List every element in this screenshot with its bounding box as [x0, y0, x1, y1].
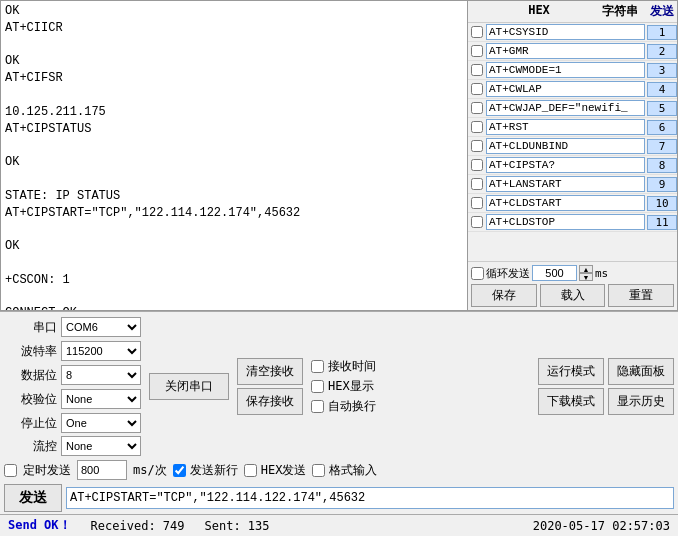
data-select[interactable]: 8 — [61, 365, 141, 385]
hex-row-text-0[interactable] — [486, 24, 645, 40]
hex-row-checkbox-6[interactable] — [471, 140, 483, 152]
loop-send-input[interactable] — [532, 265, 577, 281]
ctrl-row2: 定时发送 ms/次 发送新行 HEX发送 格式输入 — [0, 458, 678, 482]
loop-spinner[interactable]: ▲ ▼ — [579, 265, 593, 281]
recv-time-checkbox[interactable] — [311, 360, 324, 373]
hex-panel-header: HEX 字符串 发送 — [468, 1, 677, 23]
flow-select[interactable]: None — [61, 436, 141, 456]
hex-list-item: 1 — [468, 23, 677, 42]
port-select[interactable]: COM6 — [61, 317, 141, 337]
ms-per-label: ms/次 — [133, 462, 167, 479]
save-hex-btn[interactable]: 保存 — [471, 284, 537, 307]
load-hex-btn[interactable]: 载入 — [540, 284, 606, 307]
hex-row-text-2[interactable] — [486, 62, 645, 78]
recv-time-label: 接收时间 — [328, 358, 376, 375]
hex-row-text-8[interactable] — [486, 176, 645, 192]
hex-display-checkbox[interactable] — [311, 380, 324, 393]
hex-row-checkbox-2[interactable] — [471, 64, 483, 76]
sent-label: Sent: 135 — [205, 519, 270, 533]
ctrl-row3: 发送 — [0, 482, 678, 514]
baud-select[interactable]: 115200 — [61, 341, 141, 361]
show-history-btn[interactable]: 显示历史 — [608, 388, 674, 415]
open-close-col: 关闭串口 — [149, 373, 229, 400]
hex-row-send-btn-3[interactable]: 4 — [647, 82, 677, 97]
received-label: Received: 749 — [91, 519, 185, 533]
status-ok: Send OK！ — [8, 517, 71, 534]
hex-row-send-btn-0[interactable]: 1 — [647, 25, 677, 40]
stop-label: 停止位 — [4, 415, 59, 432]
send-input[interactable] — [66, 487, 674, 509]
download-mode-btn[interactable]: 下载模式 — [538, 388, 604, 415]
hex-row-send-btn-1[interactable]: 2 — [647, 44, 677, 59]
check-label: 校验位 — [4, 391, 59, 408]
hex-row-text-5[interactable] — [486, 119, 645, 135]
clear-recv-btn[interactable]: 清空接收 — [237, 358, 303, 385]
hex-row-checkbox-3[interactable] — [471, 83, 483, 95]
hex-list-item: 6 — [468, 118, 677, 137]
recv-send-col: 清空接收 保存接收 — [237, 358, 303, 415]
hex-row-send-btn-6[interactable]: 7 — [647, 139, 677, 154]
loop-send-row: 循环发送 ▲ ▼ ms — [471, 265, 674, 281]
hex-row-text-9[interactable] — [486, 195, 645, 211]
settings-grid: 串口 COM6 波特率 115200 数据位 8 校验位 None 停止位 — [4, 316, 141, 456]
terminal-content[interactable]: OK AT+CIICR OK AT+CIFSR 10.125.211.175 A… — [1, 1, 467, 310]
hex-row-text-7[interactable] — [486, 157, 645, 173]
hex-row-checkbox-5[interactable] — [471, 121, 483, 133]
hex-row-checkbox-7[interactable] — [471, 159, 483, 171]
hex-row-checkbox-10[interactable] — [471, 216, 483, 228]
hex-list-item: 4 — [468, 80, 677, 99]
spinner-up[interactable]: ▲ — [579, 265, 593, 273]
timed-send-checkbox[interactable] — [4, 464, 17, 477]
hex-row-checkbox-0[interactable] — [471, 26, 483, 38]
hex-row-send-btn-7[interactable]: 8 — [647, 158, 677, 173]
hex-row-send-btn-2[interactable]: 3 — [647, 63, 677, 78]
run-mode-btn[interactable]: 运行模式 — [538, 358, 604, 385]
hex-list-item: 5 — [468, 99, 677, 118]
right-btns-col: 运行模式 下载模式 — [538, 358, 604, 415]
hex-action-row: 保存 载入 重置 — [471, 284, 674, 307]
ctrl-row1: 串口 COM6 波特率 115200 数据位 8 校验位 None 停止位 — [0, 312, 678, 458]
hex-row-text-10[interactable] — [486, 214, 645, 230]
hex-row-checkbox-4[interactable] — [471, 102, 483, 114]
hex-row-text-3[interactable] — [486, 81, 645, 97]
data-label: 数据位 — [4, 367, 59, 384]
hex-row-text-6[interactable] — [486, 138, 645, 154]
hex-row-send-btn-8[interactable]: 9 — [647, 177, 677, 192]
loop-send-label: 循环发送 — [486, 266, 530, 281]
stop-select[interactable]: One — [61, 413, 141, 433]
flow-label: 流控 — [4, 438, 59, 455]
hex-list-item: 11 — [468, 213, 677, 232]
hex-row-text-4[interactable] — [486, 100, 645, 116]
hex-col-title: HEX — [486, 3, 592, 20]
timed-send-input[interactable] — [77, 460, 127, 480]
hex-list: 1234567891011 — [468, 23, 677, 261]
loop-send-checkbox[interactable] — [471, 267, 484, 280]
auto-exec-checkbox[interactable] — [311, 400, 324, 413]
status-time: 2020-05-17 02:57:03 — [533, 519, 670, 533]
hex-row-checkbox-8[interactable] — [471, 178, 483, 190]
newline-checkbox[interactable] — [173, 464, 186, 477]
hex-list-item: 9 — [468, 175, 677, 194]
send-button[interactable]: 发送 — [4, 484, 62, 512]
spinner-down[interactable]: ▼ — [579, 273, 593, 281]
reset-hex-btn[interactable]: 重置 — [608, 284, 674, 307]
hex-display-row: HEX显示 — [311, 378, 376, 395]
hex-row-checkbox-9[interactable] — [471, 197, 483, 209]
save-recv-btn[interactable]: 保存接收 — [237, 388, 303, 415]
hex-row-checkbox-1[interactable] — [471, 45, 483, 57]
ms-label: ms — [595, 267, 608, 280]
hex-row-send-btn-10[interactable]: 11 — [647, 215, 677, 230]
str-col-title: 字符串 — [592, 3, 647, 20]
hex-list-item: 8 — [468, 156, 677, 175]
hex-row-text-1[interactable] — [486, 43, 645, 59]
open-close-btn[interactable]: 关闭串口 — [149, 373, 229, 400]
hide-panel-btn[interactable]: 隐藏面板 — [608, 358, 674, 385]
newline-row: 发送新行 — [173, 462, 238, 479]
right-btns-col2: 隐藏面板 显示历史 — [608, 358, 674, 415]
hex-row-send-btn-9[interactable]: 10 — [647, 196, 677, 211]
format-checkbox[interactable] — [312, 464, 325, 477]
hex-row-send-btn-5[interactable]: 6 — [647, 120, 677, 135]
hex-send-checkbox[interactable] — [244, 464, 257, 477]
hex-row-send-btn-4[interactable]: 5 — [647, 101, 677, 116]
check-select[interactable]: None — [61, 389, 141, 409]
